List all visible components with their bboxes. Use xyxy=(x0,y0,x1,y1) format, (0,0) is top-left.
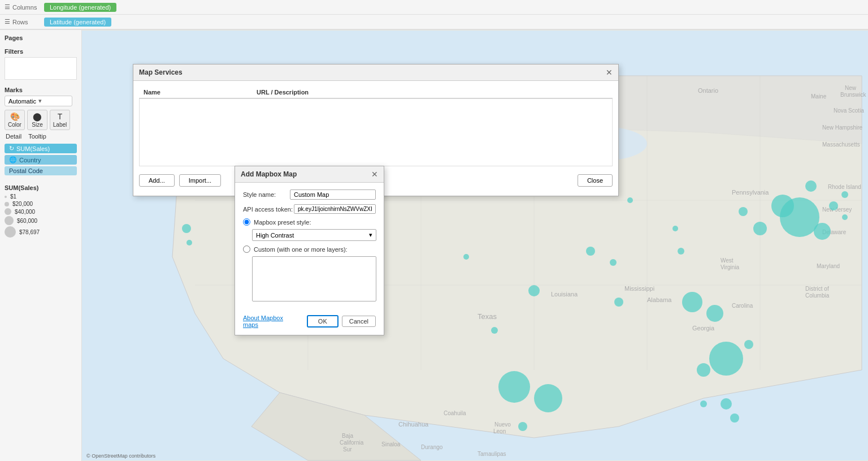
svg-text:Virginia: Virginia xyxy=(721,264,740,270)
country-pill[interactable]: 🌐 Country xyxy=(5,155,77,165)
preset-radio[interactable] xyxy=(243,218,250,226)
legend-circle-5 xyxy=(5,226,16,238)
svg-point-70 xyxy=(498,371,530,403)
legend-item-5: $78,697 xyxy=(5,226,77,238)
svg-point-72 xyxy=(682,292,702,312)
svg-point-50 xyxy=(814,223,831,240)
svg-text:Mississippi: Mississippi xyxy=(624,285,654,292)
svg-text:District of: District of xyxy=(805,286,829,292)
svg-text:New: New xyxy=(845,85,857,91)
svg-text:Nova Scotia: Nova Scotia xyxy=(834,107,864,114)
svg-point-87 xyxy=(678,248,684,255)
svg-text:Pennsylvania: Pennsylvania xyxy=(732,189,769,196)
svg-text:Texas: Texas xyxy=(478,312,497,321)
svg-text:Massachusetts: Massachusetts xyxy=(822,141,860,148)
rows-pill[interactable]: Latitude (generated) xyxy=(44,18,111,27)
pages-section: Pages xyxy=(0,32,81,46)
svg-point-71 xyxy=(534,384,562,412)
svg-point-81 xyxy=(610,259,617,266)
ok-button[interactable]: OK xyxy=(307,315,338,328)
svg-point-54 xyxy=(842,214,848,220)
tooltip-button[interactable]: Tooltip xyxy=(27,132,47,140)
pages-title: Pages xyxy=(5,35,77,41)
filters-title: Filters xyxy=(5,48,77,55)
map-services-title: Map Services xyxy=(139,68,183,76)
svg-text:Coahuila: Coahuila xyxy=(444,410,466,416)
cancel-button[interactable]: Cancel xyxy=(342,316,376,327)
chevron-down-icon: ▾ xyxy=(369,231,372,239)
legend-circle-2 xyxy=(5,202,9,206)
api-token-row: API access token: xyxy=(243,204,376,214)
svg-point-55 xyxy=(753,222,767,235)
size-icon: ⬤ xyxy=(33,112,42,121)
preset-radio-label[interactable]: Mapbox preset style: xyxy=(254,219,311,226)
preset-selected-value: High Contrast xyxy=(256,232,294,239)
about-mapbox-link[interactable]: About Mapbox maps xyxy=(243,314,300,328)
svg-text:California: California xyxy=(340,440,364,446)
marks-type-dropdown[interactable]: Automatic ▾ xyxy=(5,96,72,106)
map-services-close-button[interactable]: ✕ xyxy=(606,68,613,77)
preset-style-dropdown[interactable]: High Contrast ▾ xyxy=(252,229,376,241)
svg-text:Rhode Island: Rhode Island xyxy=(828,184,861,190)
label-button[interactable]: T Label xyxy=(50,110,70,130)
marks-section: Marks Automatic ▾ 🎨 Color ⬤ Size T Label xyxy=(0,84,81,178)
chevron-down-icon: ▾ xyxy=(38,97,68,105)
custom-radio[interactable] xyxy=(243,245,250,253)
filters-section: Filters xyxy=(0,46,81,84)
svg-point-85 xyxy=(491,327,498,334)
api-token-label: API access token: xyxy=(243,206,294,213)
add-button[interactable]: Add... xyxy=(139,174,175,187)
color-icon: 🎨 xyxy=(10,112,20,121)
label-icon: T xyxy=(58,112,63,121)
sum-sales-pill[interactable]: ↻ SUM(Sales) xyxy=(5,144,77,153)
columns-pill[interactable]: Longitude (generated) xyxy=(44,3,116,12)
columns-label: ☰ Columns xyxy=(5,3,44,11)
svg-point-53 xyxy=(805,180,817,192)
svg-text:Georgia: Georgia xyxy=(692,325,715,331)
svg-point-89 xyxy=(627,197,633,203)
mapbox-close-button[interactable]: ✕ xyxy=(371,170,378,179)
marks-icons-row: 🎨 Color ⬤ Size T Label xyxy=(5,110,77,130)
svg-text:Louisiana: Louisiana xyxy=(551,291,578,298)
svg-text:Maine: Maine xyxy=(811,93,827,100)
svg-point-86 xyxy=(463,254,469,260)
legend-section: SUM(Sales) $1 $20,000 $40,000 $60,000 $7… xyxy=(0,182,81,241)
legend-item-2: $20,000 xyxy=(5,201,77,207)
svg-point-62 xyxy=(182,224,191,233)
marks-dropdown-value: Automatic xyxy=(8,98,38,105)
sidebar: Pages Filters Marks Automatic ▾ 🎨 Color … xyxy=(0,30,82,461)
custom-radio-label[interactable]: Custom (with one or more layers): xyxy=(254,246,348,253)
style-name-input[interactable] xyxy=(290,189,376,200)
svg-point-49 xyxy=(771,195,794,217)
import-button[interactable]: Import... xyxy=(179,174,221,187)
marks-title: Marks xyxy=(5,87,77,93)
svg-point-84 xyxy=(518,422,527,431)
close-button[interactable]: Close xyxy=(578,174,613,187)
svg-text:Durango: Durango xyxy=(421,444,443,450)
postal-label: Postal Code xyxy=(9,167,43,174)
svg-point-88 xyxy=(672,226,678,231)
custom-layers-textarea[interactable] xyxy=(252,256,376,301)
preset-dropdown-row: High Contrast ▾ xyxy=(252,229,376,241)
detail-tooltip-row: Detail Tooltip xyxy=(5,132,77,140)
color-button[interactable]: 🎨 Color xyxy=(5,110,25,130)
size-button[interactable]: ⬤ Size xyxy=(27,110,47,130)
svg-text:West: West xyxy=(721,257,734,264)
svg-text:Leon: Leon xyxy=(493,428,506,434)
map-services-titlebar: Map Services ✕ xyxy=(133,64,618,81)
detail-button[interactable]: Detail xyxy=(5,132,23,140)
map-area[interactable]: North Dakota Montana Minnesota Washingto… xyxy=(82,30,868,461)
svg-point-78 xyxy=(730,413,739,423)
globe-icon: 🌐 xyxy=(9,156,17,163)
svg-text:Sur: Sur xyxy=(343,446,352,453)
main-layout: Pages Filters Marks Automatic ▾ 🎨 Color … xyxy=(0,30,868,461)
svg-text:Ontario: Ontario xyxy=(698,87,718,94)
svg-point-75 xyxy=(697,363,710,377)
api-token-input[interactable] xyxy=(294,204,376,214)
copyright-text: © OpenStreetMap contributors xyxy=(86,453,155,459)
columns-icon: ☰ xyxy=(5,3,10,11)
legend-circle-1 xyxy=(5,196,7,198)
postal-pill[interactable]: Postal Code xyxy=(5,166,77,175)
svg-text:Baja: Baja xyxy=(342,433,353,439)
add-mapbox-dialog[interactable]: Add Mapbox Map ✕ Style name: API access … xyxy=(235,166,384,335)
